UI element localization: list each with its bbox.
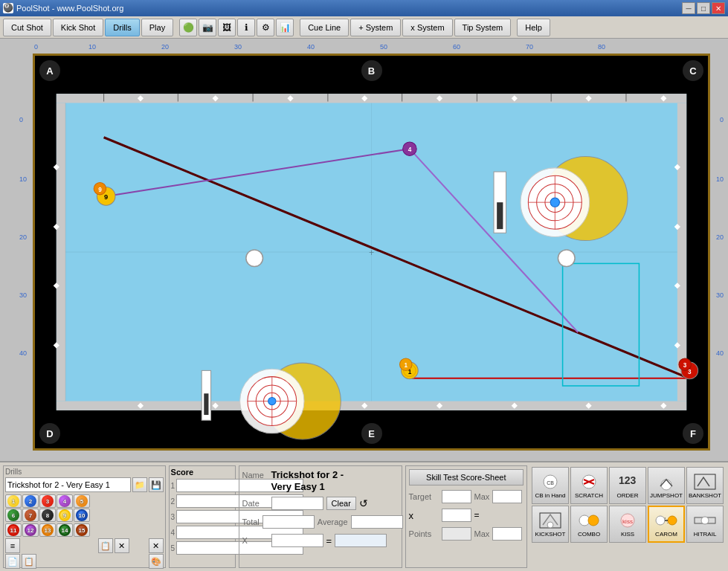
settings-icon-button[interactable]: ⚙ (257, 19, 274, 36)
drills-name-input[interactable] (5, 477, 131, 492)
carom-button[interactable]: CAROM (648, 506, 685, 543)
average-input[interactable] (351, 515, 403, 529)
scale-right-10: 10 (716, 175, 724, 183)
cb-in-hand-button[interactable]: CB CB in Hand (532, 467, 569, 504)
cut-shot-button[interactable]: Cut Shot (3, 19, 51, 36)
bottom-panel: Drills 📁 💾 1 2 3 4 5 (0, 461, 728, 571)
cue-line-button[interactable]: Cue Line (300, 19, 349, 36)
score-row-1: 1 (171, 478, 233, 493)
drills-button[interactable]: Drills (105, 19, 139, 36)
drills-folder-button[interactable]: 📁 (132, 477, 147, 492)
scale-top-20: 20 (161, 43, 169, 51)
list-view-button[interactable]: ≡ (5, 538, 20, 553)
ball-4[interactable]: 4 (57, 494, 73, 508)
ball-14[interactable]: 14 (57, 523, 73, 537)
minimize-button[interactable]: ─ (682, 2, 695, 14)
svg-text:kiss: kiss (622, 518, 633, 525)
kick-shot-button[interactable]: Kick Shot (53, 19, 103, 36)
x-system-button[interactable]: x System (402, 19, 452, 36)
svg-point-94 (588, 515, 599, 526)
ball-3[interactable]: 3 (39, 494, 56, 508)
y-clear-button[interactable]: ✕ (149, 538, 164, 553)
svg-rect-4 (677, 103, 686, 401)
x-sym: x (409, 510, 439, 521)
ball-11[interactable]: 11 (5, 523, 22, 537)
drills-title: Drills (5, 468, 164, 476)
hitrail-button[interactable]: HITRAIL (686, 506, 724, 543)
svg-point-98 (668, 516, 677, 525)
svg-rect-2 (57, 401, 686, 410)
svg-rect-1 (57, 94, 686, 103)
ball-10[interactable]: 10 (74, 509, 90, 522)
tip-system-button[interactable]: Tip System (454, 19, 512, 36)
scale-top-50: 50 (380, 43, 387, 51)
plus-system-button[interactable]: + System (350, 19, 401, 36)
points-row: Points Max (409, 526, 524, 542)
points-label: Points (409, 529, 439, 538)
x-skill-input[interactable] (442, 509, 471, 522)
ball-5[interactable]: 5 (74, 494, 90, 508)
x-clear-button[interactable]: ✕ (115, 538, 129, 553)
refresh-icon[interactable]: ↺ (359, 497, 368, 509)
scale-left-0: 0 (19, 116, 23, 123)
max-label-2: Max (474, 529, 490, 538)
ball-15[interactable]: 15 (74, 523, 90, 537)
title-bar: 🎱 PoolShot - www.PoolShot.org ─ □ ✕ (0, 0, 728, 16)
ball-12[interactable]: 12 (22, 523, 39, 537)
power-icon-button[interactable]: 🟢 (179, 19, 197, 36)
date-input[interactable] (271, 497, 323, 510)
skill-test-button[interactable]: Skill Test Score-Sheet (409, 469, 524, 485)
action-btn-1[interactable]: 📄 (5, 554, 20, 569)
palette-btn[interactable]: 🎨 (149, 554, 164, 569)
bankshot-button[interactable]: BANKSHOT (686, 467, 724, 504)
max-input-1[interactable] (492, 490, 522, 503)
kickshot-button[interactable]: KICKSHOT (532, 506, 569, 543)
drills-save-button[interactable]: 💾 (149, 477, 164, 492)
x-input[interactable] (271, 534, 323, 547)
ball-7[interactable]: 7 (22, 509, 39, 522)
ball-13[interactable]: 13 (39, 523, 56, 537)
chart-icon-button[interactable]: 📊 (276, 19, 294, 36)
close-button[interactable]: ✕ (712, 2, 725, 14)
table-container: 0 10 20 30 40 50 60 70 80 0 10 20 30 40 … (3, 42, 725, 458)
action-btn-2[interactable]: 📋 (22, 554, 36, 569)
maximize-button[interactable]: □ (697, 2, 710, 14)
points-input[interactable] (442, 527, 471, 541)
table-svg: + 9 9 (35, 56, 708, 448)
result-input[interactable] (335, 534, 387, 547)
camera-icon-button[interactable]: 📷 (199, 19, 216, 36)
score-row-4: 4 (171, 525, 233, 540)
ball-6[interactable]: 6 (5, 509, 22, 522)
pool-table[interactable]: A B C D E F (33, 54, 710, 451)
svg-rect-3 (57, 103, 65, 401)
total-input[interactable] (262, 515, 315, 529)
scale-top-70: 70 (526, 43, 533, 51)
score-row-5: 5 (171, 541, 233, 555)
max-input-2[interactable] (492, 527, 522, 541)
ball-9[interactable]: 9 (57, 509, 73, 522)
scratch-button[interactable]: SCRATCH (570, 467, 608, 504)
scale-right-20: 20 (716, 233, 724, 241)
photo-icon-button[interactable]: 🖼 (218, 19, 236, 36)
clear-button[interactable]: Clear (326, 497, 356, 510)
grid-view-button[interactable]: 📋 (98, 538, 113, 553)
ball-8[interactable]: 8 (39, 509, 56, 522)
info-icon-button[interactable]: ℹ (237, 19, 255, 36)
app-title: PoolShot - www.PoolShot.org (16, 4, 123, 13)
ball-2[interactable]: 2 (22, 494, 39, 508)
order-button[interactable]: 123 ORDER (609, 467, 646, 504)
target-input[interactable] (442, 490, 471, 503)
play-button[interactable]: Play (141, 19, 173, 36)
kiss-button[interactable]: kiss KISS (609, 506, 646, 543)
title-bar-left: 🎱 PoolShot - www.PoolShot.org (3, 3, 123, 13)
x-row: X = (242, 532, 399, 549)
total-label: Total (242, 517, 260, 526)
jumpshot-button[interactable]: JUMPSHOT (648, 467, 685, 504)
help-button[interactable]: Help (517, 19, 550, 36)
ball-1[interactable]: 1 (5, 494, 22, 508)
name-date-section: Name Trickshot for 2 - Very Easy 1 Date … (239, 465, 402, 568)
svg-rect-90 (695, 474, 715, 489)
svg-point-97 (656, 516, 665, 525)
combo-button[interactable]: COMBO (570, 506, 608, 543)
svg-text:123: 123 (619, 474, 637, 486)
